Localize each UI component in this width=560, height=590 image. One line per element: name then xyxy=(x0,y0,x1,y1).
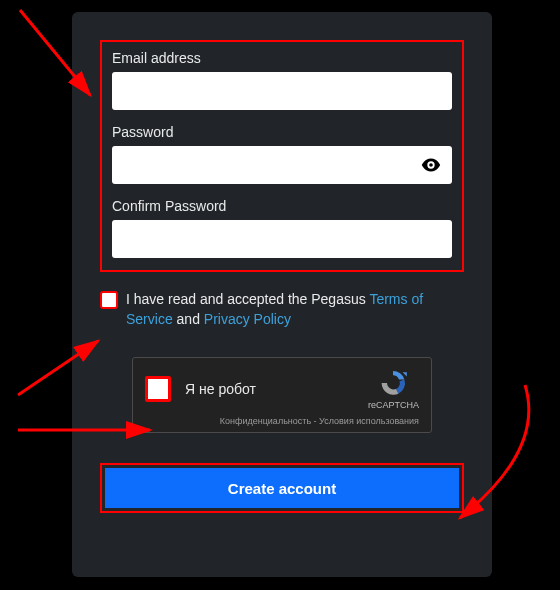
recaptcha-widget: Я не робот reCAPTCHA Конфиденциальность … xyxy=(132,357,432,433)
recaptcha-brand: reCAPTCHA xyxy=(368,400,419,410)
terms-prefix: I have read and accepted the Pegasus xyxy=(126,291,369,307)
password-input[interactable] xyxy=(112,146,452,184)
recaptcha-footer: Конфиденциальность - Условия использован… xyxy=(145,416,419,426)
email-label: Email address xyxy=(112,50,452,66)
signup-card: Email address Password Confirm Password … xyxy=(72,12,492,577)
recaptcha-icon xyxy=(378,368,408,398)
recaptcha-checkbox[interactable] xyxy=(145,376,171,402)
email-input[interactable] xyxy=(112,72,452,110)
input-group-highlight: Email address Password Confirm Password xyxy=(100,40,464,272)
terms-middle: and xyxy=(173,311,204,327)
eye-icon[interactable] xyxy=(420,154,442,176)
confirm-password-input[interactable] xyxy=(112,220,452,258)
password-field-group: Password xyxy=(112,124,452,184)
svg-marker-0 xyxy=(403,372,407,376)
confirm-password-label: Confirm Password xyxy=(112,198,452,214)
terms-text: I have read and accepted the Pegasus Ter… xyxy=(126,290,464,329)
recaptcha-label: Я не робот xyxy=(185,381,354,397)
confirm-password-field-group: Confirm Password xyxy=(112,198,452,258)
recaptcha-logo: reCAPTCHA xyxy=(368,368,419,410)
submit-highlight: Create account xyxy=(100,463,464,513)
email-field-group: Email address xyxy=(112,50,452,110)
password-label: Password xyxy=(112,124,452,140)
terms-row: I have read and accepted the Pegasus Ter… xyxy=(100,290,464,329)
privacy-policy-link[interactable]: Privacy Policy xyxy=(204,311,291,327)
create-account-button[interactable]: Create account xyxy=(105,468,459,508)
terms-checkbox[interactable] xyxy=(100,291,118,309)
